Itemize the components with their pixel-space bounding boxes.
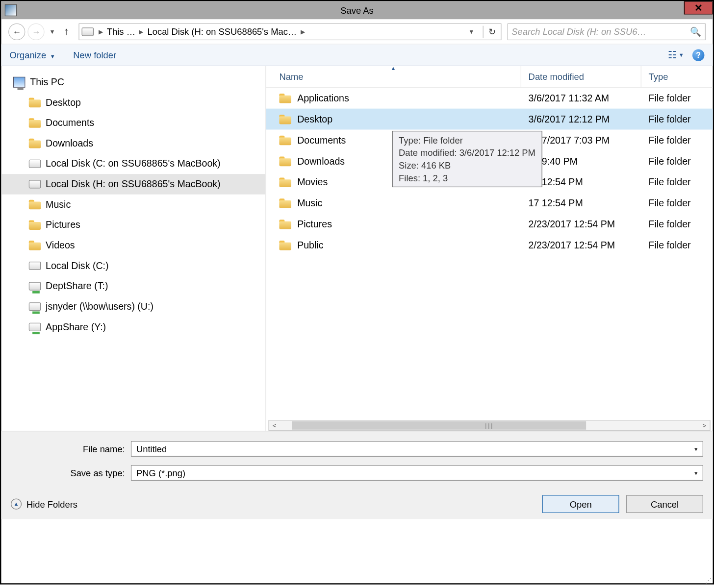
folder-icon [279,114,291,124]
tree-item-icon [29,179,41,190]
breadcrumb-seg-1[interactable]: Local Disk (H: on SSU68865's Mac… [148,26,297,37]
up-button[interactable]: ↑ [60,25,73,38]
tree-item[interactable]: Documents [1,113,265,133]
chevron-down-icon[interactable]: ▾ [694,469,698,477]
folder-icon [279,240,291,250]
tree-item[interactable]: Desktop [1,93,265,113]
resize-grip-icon[interactable]: ⋰ [705,579,712,582]
folder-icon [279,135,291,145]
tree-item[interactable]: AppShare (Y:) [1,317,265,338]
nav-bar: ← → ▼ ↑ ▶ This … ▶ Local Disk (H: on SSU… [1,19,713,44]
tree-item[interactable]: jsnyder (\\bow\users) (U:) [1,296,265,317]
tree-item-icon [29,321,41,332]
organize-menu[interactable]: Organize ▼ [10,50,55,60]
folder-icon [279,198,291,208]
tree-item-icon [29,260,41,271]
chevron-down-icon: ▼ [50,53,55,59]
filename-label: File name: [11,444,131,454]
tree-item-icon [29,97,41,108]
file-row[interactable]: Applications3/6/2017 11:32 AMFile folder [266,88,713,109]
address-bar[interactable]: ▶ This … ▶ Local Disk (H: on SSU68865's … [78,23,501,40]
tree-item-icon [29,138,41,149]
collapse-icon: ▲ [11,499,22,510]
forward-button[interactable]: → [27,23,44,40]
crumb-sep-icon: ▶ [138,28,145,35]
scrollbar-thumb[interactable] [292,421,586,430]
separator [483,25,484,37]
history-dropdown[interactable]: ▼ [47,28,58,35]
chevron-down-icon[interactable]: ▾ [694,445,698,453]
tree-item-icon [29,281,41,292]
file-row[interactable]: Pictures2/23/2017 12:54 PMFile folder [266,214,713,235]
folder-icon [279,220,291,229]
tree-item[interactable]: Local Disk (C:) [1,256,265,276]
tree-item-icon [29,158,41,169]
column-name[interactable]: ▲ Name [266,66,521,87]
crumb-sep-icon: ▶ [97,28,104,35]
save-as-dialog: Save As ✕ ← → ▼ ↑ ▶ This … ▶ Local Disk … [0,0,714,585]
scroll-right-icon[interactable]: > [699,422,710,429]
tree-item[interactable]: DeptShare (T:) [1,276,265,296]
search-input[interactable]: Search Local Disk (H: on SSU6… 🔍 [508,23,706,40]
file-list: ▲ Name Date modified Type Applications3/… [265,66,713,431]
address-dropdown[interactable]: ▼ [465,28,478,35]
disk-icon [81,27,93,36]
hide-folders-toggle[interactable]: ▲ Hide Folders [11,499,77,510]
close-button[interactable]: ✕ [684,1,713,14]
folder-icon [279,93,291,103]
folder-icon [279,177,291,187]
file-row[interactable]: Desktop3/6/2017 12:12 PMFile folder [266,109,713,130]
bottom-panel: File name: Untitled ▾ Save as type: PNG … [1,431,713,519]
tree-item[interactable]: Local Disk (H: on SSU68865's MacBook) [1,174,265,195]
item-tooltip: Type: File folder Date modified: 3/6/201… [392,131,542,187]
crumb-sep-icon: ▶ [299,28,306,35]
tree-item[interactable]: Pictures [1,215,265,235]
new-folder-button[interactable]: New folder [73,50,116,60]
open-button[interactable]: Open [542,495,619,513]
column-headers: ▲ Name Date modified Type [266,66,713,88]
file-row[interactable]: Music17 12:54 PMFile folder [266,193,713,214]
tree-item-icon [29,199,41,210]
window-title: Save As [1,5,713,15]
horizontal-scrollbar[interactable]: < ||| > [268,420,710,431]
cancel-button[interactable]: Cancel [626,495,703,513]
nav-tree: This PC DesktopDocumentsDownloadsLocal D… [1,66,265,431]
tree-item[interactable]: Downloads [1,133,265,154]
search-icon: 🔍 [690,26,701,37]
tree-item-icon [29,240,41,251]
titlebar[interactable]: Save As ✕ [1,1,713,19]
tree-item[interactable]: Local Disk (C: on SSU68865's MacBook) [1,153,265,174]
tree-item[interactable]: Videos [1,235,265,256]
saveastype-select[interactable]: PNG (*.png) ▾ [131,465,703,481]
view-options[interactable]: ☷ ▼ [668,49,684,60]
scroll-left-icon[interactable]: < [269,422,280,429]
column-date[interactable]: Date modified [521,66,641,87]
back-button[interactable]: ← [8,23,25,40]
help-icon[interactable]: ? [692,49,704,61]
saveastype-label: Save as type: [11,468,131,478]
pc-icon [13,77,25,88]
folder-icon [279,156,291,166]
refresh-icon[interactable]: ↻ [488,26,499,37]
column-type[interactable]: Type [641,66,668,87]
tree-item-icon [29,301,41,312]
breadcrumb-seg-0[interactable]: This … [107,26,135,37]
tree-item-icon [29,118,41,128]
tree-item-icon [29,220,41,230]
scrollbar-grip-icon: ||| [485,422,494,429]
tree-item[interactable]: Music [1,195,265,215]
file-row[interactable]: Public2/23/2017 12:54 PMFile folder [266,235,713,256]
dialog-body: This PC DesktopDocumentsDownloadsLocal D… [1,66,713,431]
sort-asc-icon: ▲ [391,65,396,71]
toolbar: Organize ▼ New folder ☷ ▼ ? [1,45,713,66]
filename-input[interactable]: Untitled ▾ [131,441,703,457]
search-placeholder: Search Local Disk (H: on SSU6… [511,26,646,37]
tree-root-this-pc[interactable]: This PC [1,72,265,93]
